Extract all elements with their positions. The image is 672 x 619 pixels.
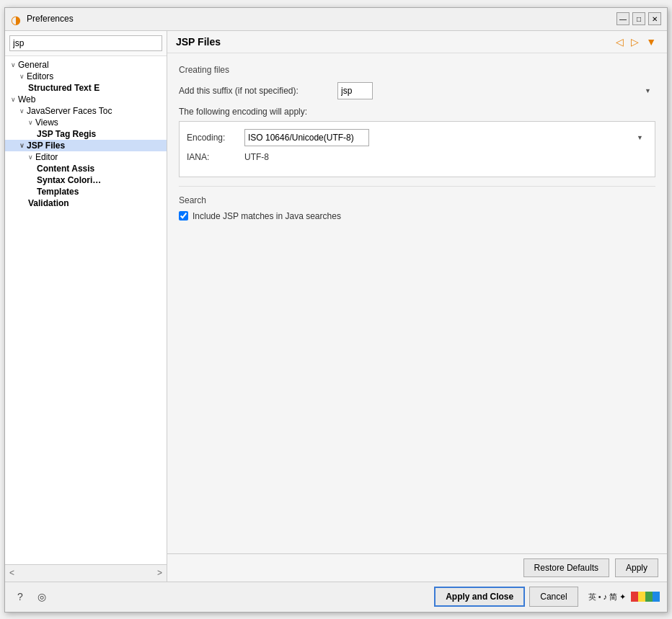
tree-item-structured-text[interactable]: Structured Text E — [5, 82, 167, 94]
chevron-jsp-files: ∨ — [19, 142, 25, 149]
color-red — [631, 592, 638, 602]
tree-item-templates[interactable]: Templates — [5, 186, 167, 197]
color-yellow — [638, 592, 645, 602]
app-icon: ◑ — [11, 13, 22, 25]
tree-label-validation: Validation — [28, 198, 69, 208]
tree-item-editors[interactable]: ∨ Editors — [5, 71, 167, 82]
status-text: 英 • — [588, 592, 601, 602]
tree-label-structured-text: Structured Text E — [28, 83, 100, 93]
tree: ∨ General ∨ Editors Structured Text E ∨ … — [5, 56, 167, 564]
info-button[interactable]: ◎ — [34, 589, 50, 605]
action-area: Restore Defaults Apply — [167, 553, 667, 582]
divider — [179, 186, 655, 187]
include-jsp-checkbox[interactable] — [179, 211, 188, 221]
encoding-select[interactable]: ISO 10646/Unicode(UTF-8) UTF-8 ISO-8859-… — [244, 129, 369, 146]
simplified-icon: 简 — [609, 592, 617, 602]
tree-item-syntax-coloring[interactable]: Syntax Colori… — [5, 174, 167, 186]
encoding-group-box: Encoding: ISO 10646/Unicode(UTF-8) UTF-8… — [179, 121, 655, 177]
tree-label-editor: Editor — [35, 152, 58, 162]
gear-icon: ✦ — [619, 592, 626, 602]
cancel-button[interactable]: Cancel — [529, 587, 578, 607]
tree-item-views[interactable]: ∨ Views — [5, 117, 167, 128]
help-icon: ? — [17, 591, 23, 602]
sidebar: ∨ General ∨ Editors Structured Text E ∨ … — [5, 31, 167, 582]
restore-defaults-button[interactable]: Restore Defaults — [523, 558, 609, 577]
title-bar: ◑ Preferences — □ ✕ — [5, 8, 667, 31]
nav-menu-button[interactable]: ▼ — [644, 35, 658, 48]
search-section-label: Search — [179, 195, 655, 205]
tree-item-validation[interactable]: Validation — [5, 197, 167, 209]
tree-label-jsp-tag: JSP Tag Regis — [37, 129, 96, 139]
tree-label-jsf: JavaServer Faces Toc — [27, 106, 112, 116]
search-bar — [5, 31, 167, 56]
footer-left: ? ◎ — [12, 589, 50, 605]
panel-title: JSP Files — [176, 36, 221, 48]
tree-item-general[interactable]: ∨ General — [5, 59, 167, 71]
panel-header: JSP Files ◁ ▷ ▼ — [167, 31, 667, 53]
search-section: Search Include JSP matches in Java searc… — [179, 195, 655, 221]
chevron-editor: ∨ — [28, 153, 33, 161]
status-icons: 英 • ♪ 简 ✦ — [588, 592, 660, 602]
nav-forward-button[interactable]: ▷ — [629, 35, 641, 48]
panel-nav: ◁ ▷ ▼ — [614, 35, 658, 48]
nav-back-button[interactable]: ◁ — [614, 35, 626, 48]
suffix-row: Add this suffix (if not specified): jsp … — [179, 82, 655, 99]
creating-files-label: Creating files — [179, 65, 655, 75]
apply-button[interactable]: Apply — [615, 558, 658, 577]
tree-label-templates: Templates — [37, 187, 79, 197]
window-title: Preferences — [27, 14, 616, 24]
help-button[interactable]: ? — [12, 589, 28, 605]
tree-label-content-assist: Content Assis — [37, 164, 94, 174]
chevron-general: ∨ — [11, 61, 16, 68]
iana-label: IANA: — [187, 152, 244, 162]
tree-label-web: Web — [18, 94, 35, 104]
encoding-text-label: The following encoding will apply: — [179, 107, 337, 117]
color-green — [645, 592, 653, 602]
tree-item-editor[interactable]: ∨ Editor — [5, 151, 167, 163]
panel-body: Creating files Add this suffix (if not s… — [167, 53, 667, 553]
iana-value: UTF-8 — [244, 152, 269, 162]
chevron-views: ∨ — [28, 119, 33, 126]
window-controls: — □ ✕ — [616, 12, 661, 25]
music-icon: ♪ — [604, 592, 608, 601]
encoding-text-row: The following encoding will apply: — [179, 107, 655, 117]
sidebar-bottom: < > — [5, 564, 167, 582]
suffix-label: Add this suffix (if not specified): — [179, 86, 337, 96]
main-content: JSP Files ◁ ▷ ▼ Creating files Add this … — [167, 31, 667, 582]
close-button[interactable]: ✕ — [648, 12, 661, 25]
tree-item-jsf[interactable]: ∨ JavaServer Faces Toc — [5, 105, 167, 117]
chevron-editors: ∨ — [19, 73, 25, 80]
chevron-jsf: ∨ — [19, 107, 25, 115]
tree-label-jsp-files: JSP Files — [27, 141, 65, 151]
encoding-field-label: Encoding: — [187, 133, 244, 143]
checkbox-label: Include JSP matches in Java searches — [193, 211, 341, 221]
tree-label-general: General — [18, 60, 49, 70]
tree-item-jsp-tag[interactable]: JSP Tag Regis — [5, 128, 167, 140]
maximize-button[interactable]: □ — [632, 12, 645, 25]
tree-item-web[interactable]: ∨ Web — [5, 94, 167, 105]
tree-item-content-assist[interactable]: Content Assis — [5, 163, 167, 174]
chevron-web: ∨ — [11, 96, 16, 103]
search-wrap — [9, 35, 162, 51]
preferences-window: ◑ Preferences — □ ✕ ∨ General — [4, 7, 668, 613]
minimize-button[interactable]: — — [616, 12, 629, 25]
checkbox-row: Include JSP matches in Java searches — [179, 211, 655, 221]
tree-label-editors: Editors — [27, 71, 53, 81]
creating-files-section: Creating files Add this suffix (if not s… — [179, 65, 655, 177]
color-blue — [653, 592, 660, 602]
suffix-select-wrapper: jsp jspx html — [337, 82, 655, 99]
info-icon: ◎ — [37, 591, 46, 602]
search-input[interactable] — [9, 35, 162, 51]
color-bar — [631, 592, 660, 602]
tree-label-syntax-coloring: Syntax Colori… — [37, 175, 101, 185]
apply-close-button[interactable]: Apply and Close — [434, 587, 525, 607]
scroll-left-btn[interactable]: < — [9, 568, 14, 578]
suffix-select[interactable]: jsp jspx html — [337, 82, 373, 99]
footer-right: Apply and Close Cancel 英 • ♪ 简 ✦ — [434, 587, 660, 607]
encoding-row: Encoding: ISO 10646/Unicode(UTF-8) UTF-8… — [187, 129, 647, 146]
iana-row: IANA: UTF-8 — [187, 152, 647, 162]
tree-item-jsp-files[interactable]: ∨ JSP Files — [5, 140, 167, 151]
scroll-right-btn[interactable]: > — [157, 568, 162, 578]
footer: ? ◎ Apply and Close Cancel 英 • ♪ 简 ✦ — [5, 582, 667, 612]
encoding-select-wrapper: ISO 10646/Unicode(UTF-8) UTF-8 ISO-8859-… — [244, 129, 647, 146]
